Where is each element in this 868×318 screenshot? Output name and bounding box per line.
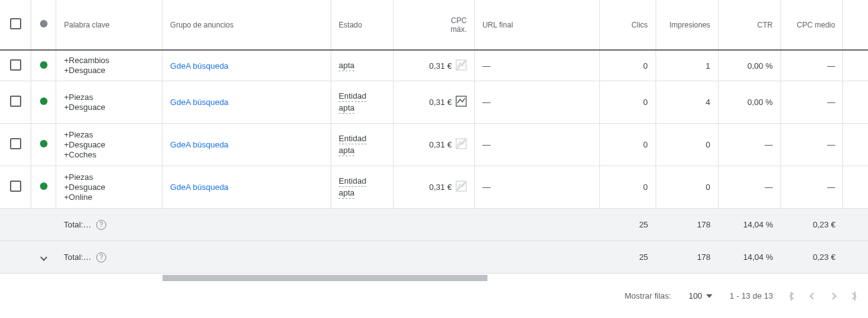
row-checkbox[interactable] bbox=[10, 59, 21, 71]
header-cpc-avg[interactable]: CPC medio bbox=[781, 0, 843, 50]
table-row: +Piezas+DesguaceGdeA búsquedaEntidadapta… bbox=[0, 81, 868, 124]
keyword-line: +Piezas bbox=[64, 130, 154, 140]
header-impressions[interactable]: Impresiones bbox=[656, 0, 718, 50]
table-row: +Piezas+Desguace+OnlineGdeA búsquedaEnti… bbox=[0, 166, 868, 209]
keyword-cell[interactable]: +Piezas+Desguace bbox=[56, 81, 162, 124]
status-cell[interactable]: Entidadapta bbox=[331, 166, 394, 209]
rows-per-page-value: 100 bbox=[689, 291, 702, 301]
status-dot-icon bbox=[40, 97, 47, 105]
cpc-avg-value: — bbox=[781, 81, 843, 124]
status-line: apta bbox=[339, 102, 354, 114]
horizontal-scrollbar[interactable] bbox=[0, 274, 868, 282]
keyword-line: +Coches bbox=[64, 150, 154, 160]
impressions-value: 0 bbox=[656, 124, 718, 166]
last-page-button[interactable] bbox=[851, 292, 856, 301]
status-line: Entidad bbox=[339, 176, 366, 187]
clicks-value: 0 bbox=[599, 166, 656, 209]
ctr-value: — bbox=[718, 124, 781, 166]
ctr-value: 0,00 % bbox=[718, 50, 781, 81]
row-checkbox[interactable] bbox=[10, 181, 21, 192]
keyword-line: +Recambios bbox=[64, 56, 154, 66]
header-final-url[interactable]: URL final bbox=[474, 0, 599, 50]
total-label: Total:…? bbox=[64, 220, 106, 230]
chart-icon[interactable] bbox=[456, 138, 467, 151]
row-checkbox[interactable] bbox=[10, 138, 21, 149]
chart-icon[interactable] bbox=[456, 181, 467, 194]
total-impressions: 178 bbox=[656, 209, 718, 241]
status-line: apta bbox=[339, 60, 354, 71]
help-icon[interactable]: ? bbox=[96, 252, 106, 262]
cpc-avg-value: — bbox=[781, 124, 843, 166]
ctr-value: 0,00 % bbox=[718, 81, 781, 124]
cpc-value[interactable]: 0,31 € bbox=[429, 140, 452, 149]
total-ctr: 14,04 % bbox=[718, 209, 781, 241]
status-dot-icon bbox=[40, 140, 47, 147]
adgroup-link[interactable]: GdeA búsqueda bbox=[170, 61, 228, 71]
impressions-value: 1 bbox=[656, 50, 718, 81]
keyword-cell[interactable]: +Piezas+Desguace+Coches bbox=[56, 124, 162, 166]
header-clicks[interactable]: Clics bbox=[599, 0, 656, 50]
keyword-line: +Desguace bbox=[64, 102, 154, 112]
total-clicks: 25 bbox=[599, 241, 656, 274]
impressions-value: 4 bbox=[656, 81, 718, 124]
help-icon[interactable]: ? bbox=[96, 220, 106, 230]
chart-icon[interactable] bbox=[456, 96, 467, 109]
total-cpc-avg: 0,23 € bbox=[781, 241, 843, 274]
keyword-cell[interactable]: +Recambios+Desguace bbox=[56, 50, 162, 81]
chart-icon[interactable] bbox=[456, 59, 467, 72]
table-footer: Mostrar filas: 100 1 - 13 de 13 bbox=[0, 282, 868, 309]
keyword-line: +Desguace bbox=[64, 140, 154, 150]
clicks-value: 0 bbox=[599, 124, 656, 166]
header-keyword[interactable]: Palabra clave bbox=[56, 0, 162, 50]
final-url-value: — bbox=[482, 140, 491, 149]
header-status[interactable]: Estado bbox=[331, 0, 394, 50]
header-cpc-max-l2: máx. bbox=[401, 25, 467, 34]
status-dot-icon bbox=[40, 182, 47, 190]
header-extra bbox=[843, 0, 868, 50]
cpc-avg-value: — bbox=[781, 50, 843, 81]
ctr-value: — bbox=[718, 166, 781, 209]
select-all-checkbox[interactable] bbox=[10, 18, 21, 29]
total-row: Total:…?2517814,04 %0,23 € bbox=[0, 209, 868, 241]
keyword-cell[interactable]: +Piezas+Desguace+Online bbox=[56, 166, 162, 209]
status-line: apta bbox=[339, 187, 354, 199]
total-impressions: 178 bbox=[656, 241, 718, 274]
prev-page-button[interactable] bbox=[811, 294, 816, 299]
cpc-value[interactable]: 0,31 € bbox=[429, 97, 452, 107]
table-header-row: Palabra clave Grupo de anuncios Estado C… bbox=[0, 0, 868, 50]
next-page-button[interactable] bbox=[831, 294, 836, 299]
adgroup-link[interactable]: GdeA búsqueda bbox=[170, 182, 228, 192]
header-status-dot bbox=[31, 0, 56, 50]
table-row: +Piezas+Desguace+CochesGdeA búsquedaEnti… bbox=[0, 124, 868, 166]
header-adgroup[interactable]: Grupo de anuncios bbox=[162, 0, 331, 50]
status-dot-icon bbox=[40, 61, 47, 69]
cpc-value[interactable]: 0,31 € bbox=[429, 61, 452, 71]
total-clicks: 25 bbox=[599, 209, 656, 241]
header-ctr[interactable]: CTR bbox=[718, 0, 781, 50]
rows-per-page-label: Mostrar filas: bbox=[625, 291, 671, 301]
first-page-button[interactable] bbox=[791, 292, 796, 301]
header-checkbox-cell bbox=[0, 0, 31, 50]
dropdown-icon bbox=[706, 294, 712, 298]
final-url-value: — bbox=[482, 61, 491, 71]
keyword-line: +Piezas bbox=[64, 92, 154, 102]
status-dot-icon bbox=[40, 20, 47, 27]
scrollbar-thumb[interactable] bbox=[162, 275, 487, 281]
header-cpc-max[interactable]: CPC máx. bbox=[393, 0, 474, 50]
adgroup-link[interactable]: GdeA búsqueda bbox=[170, 97, 228, 107]
keyword-line: +Desguace bbox=[64, 182, 154, 192]
adgroup-link[interactable]: GdeA búsqueda bbox=[170, 140, 228, 149]
status-line: Entidad bbox=[339, 133, 366, 144]
clicks-value: 0 bbox=[599, 81, 656, 124]
total-row: Total:…?2517814,04 %0,23 € bbox=[0, 241, 868, 274]
pagination-range: 1 - 13 de 13 bbox=[730, 291, 773, 301]
row-checkbox[interactable] bbox=[10, 96, 21, 107]
status-cell[interactable]: Entidadapta bbox=[331, 81, 394, 124]
status-line: Entidad bbox=[339, 91, 366, 102]
status-cell[interactable]: Entidadapta bbox=[331, 124, 394, 166]
cpc-value[interactable]: 0,31 € bbox=[429, 182, 452, 192]
chevron-down-icon[interactable] bbox=[40, 254, 47, 261]
status-cell[interactable]: apta bbox=[331, 50, 394, 81]
keyword-line: +Online bbox=[64, 192, 154, 202]
rows-per-page-select[interactable]: 100 bbox=[689, 291, 712, 301]
